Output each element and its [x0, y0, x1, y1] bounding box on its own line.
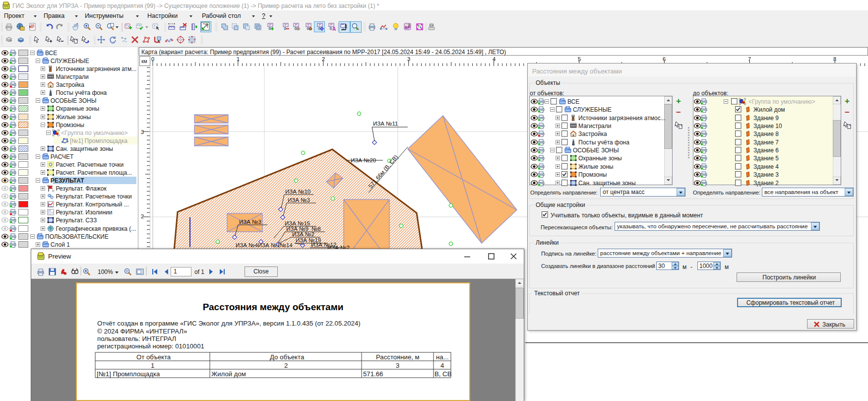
svg-text:2: 2: [322, 56, 325, 62]
svg-text:0: 0: [151, 56, 154, 62]
svg-text:2: 2: [141, 213, 144, 219]
svg-text:ИЗА №3: ИЗА №3: [239, 219, 261, 225]
svg-text:ИЗА №4ИЗА №1№14: ИЗА №4ИЗА №1№14: [236, 242, 293, 248]
svg-text:6: 6: [663, 56, 666, 62]
svg-text:7: 7: [748, 56, 751, 62]
svg-text:8: 8: [833, 56, 836, 62]
svg-text:1: 1: [237, 56, 240, 62]
svg-text:4: 4: [493, 56, 496, 62]
svg-text:3: 3: [407, 56, 410, 62]
svg-text:5: 5: [578, 56, 581, 62]
svg-text:ИЗА №3: ИЗА №3: [288, 197, 310, 203]
svg-text:A: A: [332, 26, 336, 32]
svg-text:ИЗА №2: ИЗА №2: [292, 231, 314, 237]
svg-text:ИЗА №11: ИЗА №11: [373, 121, 398, 127]
svg-text:ИЗА №10: ИЗА №10: [285, 189, 310, 195]
svg-text:3: 3: [141, 129, 144, 135]
